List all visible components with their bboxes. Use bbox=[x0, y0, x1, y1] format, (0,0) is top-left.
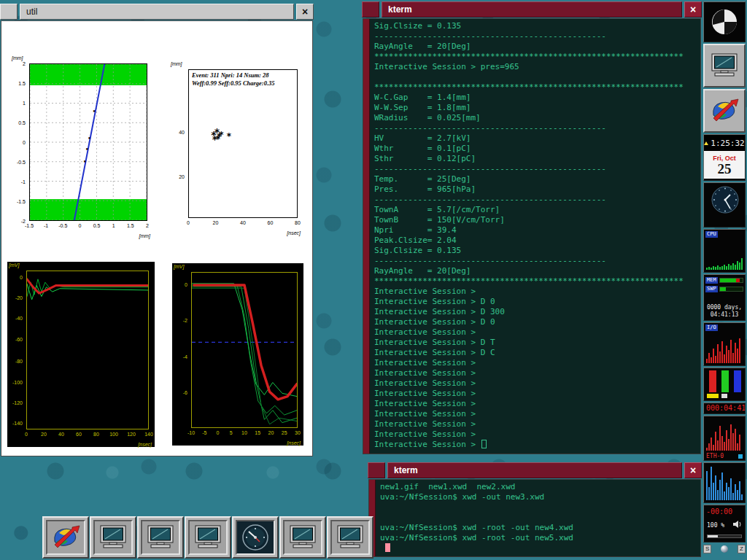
clock-date: 25 bbox=[718, 162, 732, 176]
dock-timer: 000:04:41 bbox=[703, 402, 746, 414]
clock-time-display: 1:25:32 bbox=[704, 135, 745, 151]
close-button[interactable]: × bbox=[684, 1, 702, 18]
dock-analog-clock[interactable] bbox=[703, 182, 746, 228]
graph-bar bbox=[732, 263, 734, 270]
paint-arrow-icon bbox=[709, 98, 740, 124]
terminal-scrollbar[interactable] bbox=[363, 19, 370, 454]
graph-bar bbox=[737, 349, 738, 363]
io-label: I/O bbox=[705, 324, 718, 331]
tick-label: -4 bbox=[183, 354, 187, 359]
window-menu-button[interactable] bbox=[368, 462, 385, 478]
terminal-line: Interactive Session > bbox=[374, 389, 696, 399]
x-axis-unit: [nsec] bbox=[287, 230, 301, 236]
dock-digital-clock[interactable]: 1:25:32 Fri, Oct 25 bbox=[703, 134, 746, 181]
dock-io-monitor[interactable]: I/O bbox=[703, 322, 746, 366]
terminal-screen[interactable]: new1.gif new1.xwd new2.xwduva:~/NfSessio… bbox=[376, 480, 700, 556]
graph-bar bbox=[730, 424, 732, 451]
window-menu-button[interactable] bbox=[362, 1, 379, 18]
terminal-line: Interactive Session > bbox=[374, 429, 696, 440]
mixer-red-bar[interactable] bbox=[709, 370, 716, 392]
plot-marker: ▪ bbox=[86, 147, 89, 151]
terminal-line bbox=[380, 502, 696, 513]
graph-bar bbox=[721, 266, 723, 270]
tick-label: 40 bbox=[58, 432, 64, 437]
dock-memory-monitor[interactable]: MEM SWP 0000 days, 04:41:13 bbox=[703, 274, 746, 321]
tick-label: 80 bbox=[93, 432, 99, 437]
terminal-line: Interactive Session > bbox=[374, 419, 696, 429]
window-menu-button[interactable] bbox=[0, 4, 18, 20]
dock-launcher-paint[interactable] bbox=[703, 89, 746, 133]
launcher-monitor[interactable] bbox=[90, 516, 136, 559]
s-button[interactable]: S bbox=[703, 545, 711, 553]
kterm-titlebar[interactable]: kterm × bbox=[362, 1, 702, 18]
tick-label: -10 bbox=[187, 430, 195, 435]
cpu-label: CPU bbox=[705, 231, 718, 238]
tick-label: -0.5 bbox=[17, 160, 26, 165]
graph-bar bbox=[726, 430, 727, 451]
mixer-blue-bar[interactable] bbox=[734, 370, 741, 392]
graph-bar bbox=[706, 268, 708, 270]
launcher-paint[interactable] bbox=[42, 516, 89, 559]
graph-bar bbox=[717, 490, 719, 500]
graph-bar bbox=[728, 264, 729, 270]
graph-bar bbox=[737, 261, 738, 270]
tick-label: -120 bbox=[12, 400, 23, 405]
terminal-screen[interactable]: Sig.Clsize = 0.135----------------------… bbox=[370, 19, 700, 454]
terminal-line: Interactive Session > bbox=[374, 440, 696, 450]
player-time: -00:00 bbox=[706, 507, 732, 517]
launcher-monitor[interactable] bbox=[279, 516, 326, 559]
monitor-icon bbox=[288, 525, 317, 550]
graph-bar bbox=[711, 357, 712, 363]
z-button[interactable]: Z bbox=[738, 545, 746, 553]
terminal-line: Npri = 39.4 bbox=[374, 225, 696, 236]
dock-audio-player[interactable]: -00:00 100 % bbox=[703, 505, 746, 542]
terminal-line: Interactive Session > pres=965 bbox=[374, 62, 696, 72]
tick-label: 1.5 bbox=[18, 81, 26, 86]
graph-bar bbox=[735, 265, 736, 270]
dock-spectrum-analyzer[interactable] bbox=[703, 462, 746, 503]
dock-launcher-terminal[interactable] bbox=[703, 44, 746, 88]
terminal-line: Interactive Session > bbox=[374, 287, 696, 297]
dock-logo[interactable] bbox=[703, 1, 746, 42]
launcher-monitor[interactable] bbox=[327, 516, 374, 559]
terminal-line: Interactive Session > bbox=[374, 378, 696, 389]
terminal-line: new1.gif new1.xwd new2.xwd bbox=[380, 482, 696, 492]
graph-bar bbox=[717, 265, 719, 270]
tick-label: 120 bbox=[127, 432, 136, 437]
mixer-white-bar bbox=[721, 394, 727, 398]
spectrum-graph bbox=[706, 465, 743, 500]
launcher-monitor[interactable] bbox=[185, 516, 231, 559]
graph-bar bbox=[739, 435, 740, 451]
plot-marker: * bbox=[219, 131, 224, 139]
launcher-icon-well bbox=[46, 520, 85, 555]
kterm-titlebar[interactable]: kterm × bbox=[368, 462, 702, 478]
graph-bar bbox=[728, 487, 729, 500]
player-progress[interactable] bbox=[707, 534, 742, 538]
util-titlebar[interactable]: util × bbox=[0, 4, 314, 20]
graph-bar bbox=[728, 439, 729, 451]
graph-bar bbox=[724, 354, 725, 363]
terminal-line: WRadius = 0.025[mm] bbox=[374, 113, 696, 123]
graph-bar bbox=[713, 349, 714, 363]
dock-network-monitor[interactable]: ETH-0 bbox=[703, 416, 746, 461]
tick-label: 1 bbox=[23, 101, 26, 106]
launcher-monitor[interactable] bbox=[137, 516, 184, 559]
close-button[interactable]: × bbox=[296, 4, 314, 20]
launcher-gauge[interactable] bbox=[232, 516, 279, 559]
dock-cpu-monitor[interactable]: CPU bbox=[703, 229, 746, 273]
launcher-icon-well bbox=[236, 520, 275, 555]
tick-label: 80 bbox=[295, 220, 301, 225]
graph-bar bbox=[711, 438, 712, 451]
y-axis-unit: [mm] bbox=[12, 55, 23, 61]
terminal-line: RayAngle = 20[Deg] bbox=[374, 266, 696, 276]
terminal-line: Interactive Session > bbox=[374, 409, 696, 419]
terminal-line: uva:~/NfSession$ xwd -root -out new4.xwd bbox=[380, 523, 696, 533]
window-title: kterm bbox=[394, 465, 418, 475]
mixer-green-bar[interactable] bbox=[721, 370, 729, 392]
dock-mixer[interactable] bbox=[703, 368, 746, 401]
tick-label: 2 bbox=[146, 223, 149, 228]
close-button[interactable]: × bbox=[684, 462, 702, 478]
y-axis-unit: [mV] bbox=[174, 264, 184, 269]
paint-arrow-icon bbox=[50, 524, 81, 551]
tick-label: 30 bbox=[295, 430, 301, 435]
